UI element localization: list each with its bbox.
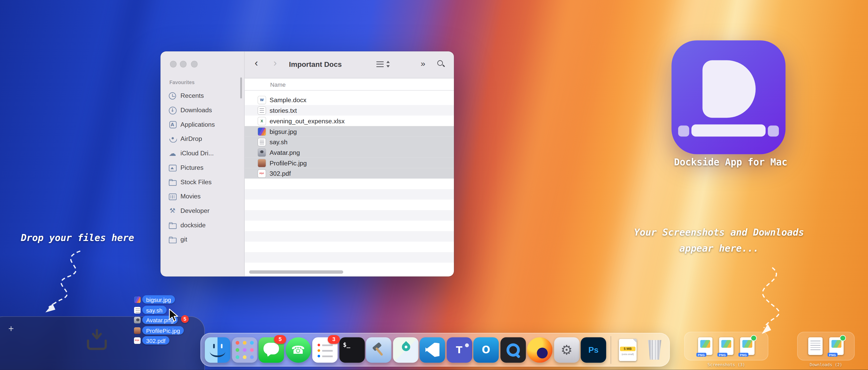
close-button[interactable] [170, 61, 177, 68]
file-row[interactable]: Sample.docx [245, 94, 454, 105]
file-row-selected[interactable]: 302.pdf [245, 168, 454, 178]
dragged-file[interactable]: 302.pdf [134, 336, 169, 344]
dock-item-firefox[interactable] [527, 337, 553, 363]
sidebar-item-label: AirDrop [181, 135, 202, 142]
dock-item-messages[interactable]: 5 [258, 337, 284, 363]
drag-count-badge: 5 [181, 315, 189, 323]
file-list: Sample.docx stories.txt evening_out_expe… [245, 94, 454, 273]
gear-glyph: ⚙ [554, 337, 580, 363]
dock-item-maps[interactable] [393, 337, 418, 363]
sidebar-item-icloud[interactable]: ☁ iCloud Dri... [163, 146, 241, 161]
file-row-selected[interactable]: Avatar.png [245, 147, 454, 158]
sidebar-item-developer[interactable]: ⚒ Developer [163, 204, 241, 218]
sidebar-item-dockside[interactable]: dockside [163, 218, 241, 232]
sidebar-item-recents[interactable]: Recents [163, 89, 241, 103]
download-file-icon[interactable] [808, 337, 823, 355]
new-file-dot [840, 335, 846, 341]
file-ext-tag: PNG [739, 353, 748, 357]
dock-item-vscode[interactable] [420, 337, 445, 363]
search-icon[interactable] [437, 60, 445, 68]
dragged-file[interactable]: bigsur.jpg [134, 295, 175, 303]
dock-divider [611, 336, 611, 364]
sidebar-section-label: Favourites [169, 80, 195, 85]
sidebar-item-movies[interactable]: Movies [163, 189, 241, 204]
sidebar-item-pictures[interactable]: Pictures [163, 160, 241, 175]
jpg-file-icon [258, 159, 266, 167]
sidebar-item-stock-files[interactable]: Stock Files [163, 175, 241, 189]
add-button[interactable]: + [8, 324, 14, 335]
sidebar-item-airdrop[interactable]: AirDrop [163, 132, 241, 146]
dock-item-terminal[interactable]: $_ [339, 337, 365, 363]
folder-icon [168, 236, 177, 243]
desktop: Drop your files here Your Screenshots an… [0, 0, 868, 370]
dock-item-quicktime[interactable] [500, 337, 526, 363]
sidebar-item-label: Downloads [181, 107, 212, 113]
dock-item-teams[interactable]: T [446, 337, 472, 363]
dock-item-launchpad[interactable] [232, 337, 257, 363]
dock-item-xcode[interactable] [366, 337, 392, 363]
dock-item-trash[interactable] [642, 337, 668, 363]
download-circle-icon: ↓ [168, 106, 177, 114]
sidebar-item-git[interactable]: git [163, 232, 241, 247]
sidebar-item-label: Developer [181, 207, 210, 214]
app-caption: Dockside App for Mac [642, 156, 819, 167]
notification-badge: 3 [328, 335, 340, 344]
drop-tray-icon [85, 329, 109, 352]
file-name: Avatar.png [270, 149, 300, 156]
file-row-selected[interactable]: bigsur.jpg [245, 126, 454, 137]
empty-row [245, 231, 454, 242]
file-name: ProfilePic.jpg [270, 160, 307, 166]
dock-item-system-settings[interactable]: ⚙ [554, 337, 580, 363]
outlook-glyph: O [473, 337, 499, 363]
file-row-selected[interactable]: ProfilePic.jpg [245, 158, 454, 168]
back-button[interactable]: ‹ [255, 58, 258, 68]
document-icon: 5 MB (extra small) [615, 337, 641, 363]
view-options-button[interactable] [376, 61, 390, 68]
file-name: Sample.docx [270, 97, 306, 103]
file-name: say.sh [270, 139, 287, 145]
minimize-button[interactable] [180, 61, 187, 68]
launchpad-icon [232, 337, 257, 363]
finder-icon [205, 337, 230, 363]
applications-icon: A [168, 121, 177, 128]
file-name: bigsur.jpg [270, 128, 297, 135]
dock-item-photoshop[interactable]: Ps [581, 337, 606, 363]
prompt-glyph: $_ [339, 337, 365, 363]
screenshot-file-icon[interactable]: PNG [740, 337, 754, 355]
dock-item-finder[interactable] [205, 337, 230, 363]
column-header-name[interactable]: Name [245, 78, 454, 91]
dock-item-whatsapp[interactable]: ☎ [285, 337, 311, 363]
dock-item-reminders[interactable]: 3 [312, 337, 338, 363]
zoom-button[interactable] [191, 61, 197, 68]
file-row[interactable]: stories.txt [245, 105, 454, 115]
file-row[interactable]: evening_out_expense.xlsx [245, 115, 454, 126]
dock-item-outlook[interactable]: O [473, 337, 499, 363]
downloads-shelf-label: Downloads (2) [797, 362, 855, 367]
dropzone-panel[interactable]: + [0, 316, 205, 370]
dock-item-document[interactable]: 5 MB (extra small) [615, 337, 641, 363]
download-file-icon[interactable]: PNG [829, 337, 844, 355]
dragged-file[interactable]: say.sh [134, 306, 167, 314]
dockside-app-icon[interactable] [672, 40, 785, 154]
screenshots-shelf[interactable]: PNG PNG PNG [684, 332, 769, 361]
downloads-shelf[interactable]: PNG [797, 332, 855, 361]
dockside-right-square [768, 125, 779, 136]
sidebar-item-downloads[interactable]: ↓ Downloads [163, 103, 241, 117]
sidebar-item-applications[interactable]: A Applications [163, 117, 241, 132]
horizontal-scrollbar[interactable] [249, 270, 343, 274]
dragged-file-label: 302.pdf [142, 336, 169, 344]
dockside-left-square [678, 125, 689, 136]
forward-button[interactable]: › [274, 58, 277, 68]
shelf-note-line2: appear here... [609, 240, 829, 257]
screenshot-file-icon[interactable]: PNG [719, 337, 734, 355]
jpg-file-icon [134, 327, 141, 334]
screenshot-file-icon[interactable]: PNG [698, 337, 712, 355]
more-toolbar-items-button[interactable]: » [421, 59, 426, 67]
folder-icon [168, 178, 177, 186]
jpg-file-icon [134, 296, 141, 303]
file-row-selected[interactable]: say.sh [245, 136, 454, 147]
dragged-file[interactable]: ProfilePic.jpg [134, 326, 184, 334]
shelf-note-line1: Your Screenshots and Downloads [609, 225, 829, 240]
file-name: 302.pdf [270, 170, 291, 177]
sidebar-item-label: iCloud Dri... [181, 150, 214, 157]
